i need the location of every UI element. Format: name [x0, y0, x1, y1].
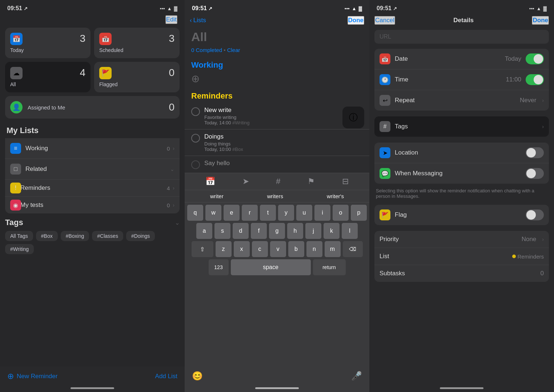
space-key[interactable]: space	[231, 259, 311, 275]
back-button[interactable]: ‹ Lists	[190, 17, 206, 24]
reminder-sub-0: Favorite writing Today, 14:00 #Writing	[204, 115, 363, 125]
key-m[interactable]: m	[325, 241, 341, 257]
s3-nav-header: Cancel Details Done	[369, 14, 554, 28]
tag-classes[interactable]: #Classes	[92, 231, 123, 241]
date-toggle[interactable]	[526, 53, 544, 64]
key-s[interactable]: s	[214, 223, 230, 239]
done-button-3[interactable]: Done	[532, 16, 549, 25]
done-button-2[interactable]: Done	[348, 16, 365, 25]
key-u[interactable]: u	[296, 205, 312, 221]
reminder-item-0[interactable]: New write Favorite writing Today, 14:00 …	[185, 103, 369, 129]
autocomplete-0[interactable]: writer	[210, 193, 224, 199]
flag-toolbar-icon[interactable]: ⚑	[308, 177, 315, 186]
shift-key[interactable]: ⇧	[192, 241, 213, 257]
key-x[interactable]: x	[234, 241, 250, 257]
key-y[interactable]: y	[278, 205, 294, 221]
today-count: 3	[80, 33, 85, 44]
date-row[interactable]: 📅 Date Today	[374, 49, 549, 69]
key-h[interactable]: h	[287, 223, 303, 239]
tag-box[interactable]: #Box	[36, 231, 58, 241]
messaging-toggle[interactable]	[526, 168, 544, 179]
time-row[interactable]: 🕐 Time 11:00	[374, 69, 549, 90]
edit-button[interactable]: Edit	[165, 15, 177, 24]
key-f[interactable]: f	[251, 223, 267, 239]
emoji-key[interactable]: 😊	[192, 371, 203, 381]
messaging-row[interactable]: 💬 When Messaging	[374, 163, 549, 184]
location-toolbar-icon[interactable]: ➤	[242, 177, 249, 186]
key-q[interactable]: q	[187, 205, 203, 221]
number-key[interactable]: 123	[209, 259, 229, 275]
all-card[interactable]: ☁ 4 All	[5, 62, 91, 92]
location-row[interactable]: ➤ Location	[374, 143, 549, 163]
add-list-button[interactable]: Add List	[155, 373, 177, 380]
list-item-working[interactable]: ≡ Working 0 ›	[5, 138, 180, 159]
reminder-item-2[interactable]: Say hello	[185, 156, 369, 173]
delete-key[interactable]: ⌫	[343, 241, 363, 257]
key-a[interactable]: a	[196, 223, 212, 239]
wifi-icon-3: ▲	[537, 6, 541, 11]
today-card[interactable]: 📅 3 Today	[5, 28, 91, 58]
tag-boxing[interactable]: #Boxing	[61, 231, 89, 241]
hashtag-toolbar-icon[interactable]: #	[276, 177, 280, 186]
info-bubble[interactable]: ⓘ	[342, 107, 364, 128]
priority-row[interactable]: Priority None ›	[374, 231, 549, 248]
key-b[interactable]: b	[288, 241, 304, 257]
repeat-icon: ↩	[380, 95, 390, 106]
key-o[interactable]: o	[333, 205, 349, 221]
tag-all[interactable]: All Tags	[5, 231, 33, 241]
key-r[interactable]: r	[242, 205, 258, 221]
time-toggle[interactable]	[526, 74, 544, 85]
key-g[interactable]: g	[269, 223, 285, 239]
autocomplete-2[interactable]: writer's	[327, 193, 344, 199]
reminder-content-2: Say hello	[204, 160, 363, 167]
key-t[interactable]: t	[260, 205, 276, 221]
home-indicator-3	[440, 387, 483, 389]
location-toggle[interactable]	[526, 147, 544, 158]
priority-label: Priority	[380, 236, 517, 243]
reminder-item-1[interactable]: Doings Doing things Today, 10:00 #Box	[185, 129, 369, 156]
key-n[interactable]: n	[306, 241, 322, 257]
tags-header: Tags ⌄	[5, 218, 180, 227]
list-item-mytests[interactable]: ◉ My tests 0 ›	[5, 196, 180, 213]
add-working-button[interactable]: ⊕	[185, 72, 369, 88]
microphone-icon[interactable]: 🎤	[351, 371, 362, 381]
tags-chevron-icon: ›	[542, 124, 544, 129]
list-item-reminders[interactable]: ! Reminders 4 ›	[5, 179, 180, 196]
flag-toggle[interactable]	[526, 209, 544, 220]
flag-row[interactable]: 🚩 Flag	[374, 205, 549, 225]
keyboard-row-2: a s d f g h j k l	[185, 221, 369, 239]
keyboard-row-3: ⇧ z x c v b n m ⌫	[185, 239, 369, 257]
key-i[interactable]: i	[314, 205, 330, 221]
key-k[interactable]: k	[324, 223, 340, 239]
key-d[interactable]: d	[233, 223, 249, 239]
return-key[interactable]: return	[313, 259, 346, 275]
assigned-label: Assigned to Me	[28, 104, 65, 111]
scheduled-card[interactable]: 📅 3 Scheduled	[94, 28, 180, 58]
repeat-row[interactable]: ↩ Repeat Never ›	[374, 90, 549, 111]
list-item-related[interactable]: □ Related ⌄	[5, 159, 180, 179]
assigned-to-me-card[interactable]: 👤 Assigned to Me 0	[5, 96, 180, 119]
key-e[interactable]: e	[224, 205, 240, 221]
tag-doings[interactable]: #Doings	[126, 231, 155, 241]
key-j[interactable]: j	[305, 223, 321, 239]
key-l[interactable]: l	[342, 223, 358, 239]
new-reminder-button[interactable]: ⊕ New Reminder	[7, 372, 57, 381]
key-v[interactable]: v	[270, 241, 286, 257]
calendar-toolbar-icon[interactable]: 📅	[205, 177, 215, 186]
key-c[interactable]: c	[252, 241, 268, 257]
tags-label: Tags	[395, 123, 536, 130]
autocomplete-1[interactable]: writers	[267, 193, 283, 199]
key-z[interactable]: z	[216, 241, 232, 257]
cancel-button[interactable]: Cancel	[374, 16, 395, 25]
subtasks-row[interactable]: Subtasks 0	[374, 265, 549, 282]
related-icon: □	[10, 164, 21, 175]
flagged-card[interactable]: 🚩 0 Flagged	[94, 62, 180, 92]
tag-writing[interactable]: #Writing	[5, 244, 34, 254]
url-field[interactable]: URL	[374, 30, 549, 44]
tags-row[interactable]: # Tags ›	[374, 116, 549, 137]
camera-toolbar-icon[interactable]: ⊟	[342, 177, 349, 186]
date-value: Today	[505, 55, 521, 63]
list-row[interactable]: List Reminders	[374, 248, 549, 265]
key-w[interactable]: w	[205, 205, 221, 221]
key-p[interactable]: p	[351, 205, 367, 221]
